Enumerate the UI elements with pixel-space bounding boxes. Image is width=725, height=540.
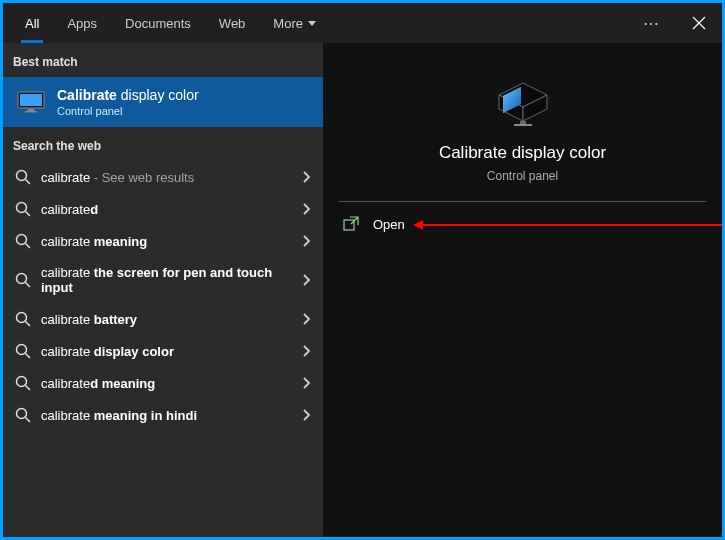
svg-point-16 xyxy=(17,377,27,387)
best-match-label: Best match xyxy=(3,43,323,77)
search-icon xyxy=(15,407,31,423)
result-text: calibrated meaning xyxy=(41,376,301,391)
results-pane: Best match Calibrate display color Contr… xyxy=(3,43,323,537)
web-result[interactable]: calibrate battery xyxy=(3,303,323,335)
result-text: calibrate battery xyxy=(41,312,301,327)
svg-point-14 xyxy=(17,345,27,355)
web-results-list: calibrate - See web resultscalibratedcal… xyxy=(3,161,323,431)
svg-line-7 xyxy=(26,212,31,217)
chevron-right-icon xyxy=(301,234,311,248)
close-icon xyxy=(692,16,706,30)
more-options-button[interactable]: ⋯ xyxy=(627,14,676,33)
svg-point-10 xyxy=(17,274,27,284)
svg-line-9 xyxy=(26,244,31,249)
chevron-right-icon xyxy=(301,344,311,358)
chevron-right-icon xyxy=(301,312,311,326)
web-result[interactable]: calibrated meaning xyxy=(3,367,323,399)
monitor-icon-large xyxy=(488,73,558,129)
preview-pane: Calibrate display color Control panel Op… xyxy=(323,43,722,537)
monitor-icon xyxy=(17,91,45,113)
best-match-text: Calibrate display color Control panel xyxy=(57,87,199,117)
web-result[interactable]: calibrated xyxy=(3,193,323,225)
svg-line-19 xyxy=(26,418,31,423)
web-result[interactable]: calibrate meaning xyxy=(3,225,323,257)
header-right: ⋯ xyxy=(627,3,722,43)
svg-point-6 xyxy=(17,203,27,213)
best-match-title: Calibrate display color xyxy=(57,87,199,103)
best-match-subtitle: Control panel xyxy=(57,105,199,117)
chevron-down-icon xyxy=(308,21,316,26)
svg-point-4 xyxy=(17,171,27,181)
search-icon xyxy=(15,311,31,327)
svg-line-11 xyxy=(26,283,31,288)
result-text: calibrate display color xyxy=(41,344,301,359)
search-icon xyxy=(15,201,31,217)
web-result[interactable]: calibrate the screen for pen and touch i… xyxy=(3,257,323,303)
result-text: calibrate meaning in hindi xyxy=(41,408,301,423)
tab-all[interactable]: All xyxy=(11,3,53,43)
tab-more-label: More xyxy=(273,16,303,31)
chevron-right-icon xyxy=(301,273,311,287)
result-text: calibrate the screen for pen and touch i… xyxy=(41,265,301,295)
svg-rect-3 xyxy=(25,111,37,113)
preview-subtitle: Control panel xyxy=(487,169,558,183)
svg-rect-1 xyxy=(20,94,42,106)
svg-line-17 xyxy=(26,386,31,391)
body: Best match Calibrate display color Contr… xyxy=(3,43,722,537)
web-result[interactable]: calibrate meaning in hindi xyxy=(3,399,323,431)
search-icon xyxy=(15,375,31,391)
tab-web[interactable]: Web xyxy=(205,3,260,43)
svg-point-12 xyxy=(17,313,27,323)
search-icon xyxy=(15,233,31,249)
chevron-right-icon xyxy=(301,170,311,184)
svg-point-8 xyxy=(17,235,27,245)
svg-rect-27 xyxy=(344,220,354,230)
result-text: calibrate - See web results xyxy=(41,170,301,185)
open-label: Open xyxy=(373,217,405,232)
tab-more[interactable]: More xyxy=(259,3,330,43)
svg-line-15 xyxy=(26,354,31,359)
web-result[interactable]: calibrate - See web results xyxy=(3,161,323,193)
result-text: calibrated xyxy=(41,202,301,217)
svg-point-18 xyxy=(17,409,27,419)
tab-documents[interactable]: Documents xyxy=(111,3,205,43)
header-bar: All Apps Documents Web More ⋯ xyxy=(3,3,722,43)
result-text: calibrate meaning xyxy=(41,234,301,249)
search-icon xyxy=(15,343,31,359)
open-external-icon xyxy=(343,216,359,232)
tab-apps[interactable]: Apps xyxy=(53,3,111,43)
svg-rect-26 xyxy=(514,124,532,126)
best-match-result[interactable]: Calibrate display color Control panel xyxy=(3,77,323,127)
best-match-title-rest: display color xyxy=(117,87,199,103)
web-result[interactable]: calibrate display color xyxy=(3,335,323,367)
annotation-arrow xyxy=(423,224,722,226)
svg-line-5 xyxy=(26,180,31,185)
filter-tabs: All Apps Documents Web More xyxy=(3,3,330,43)
search-icon xyxy=(15,169,31,185)
svg-rect-25 xyxy=(520,121,526,124)
preview-title: Calibrate display color xyxy=(439,143,606,163)
search-window: All Apps Documents Web More ⋯ Best match xyxy=(0,0,725,540)
close-button[interactable] xyxy=(676,3,722,43)
best-match-title-bold: Calibrate xyxy=(57,87,117,103)
search-icon xyxy=(15,272,31,288)
search-web-label: Search the web xyxy=(3,127,323,161)
chevron-right-icon xyxy=(301,376,311,390)
open-action[interactable]: Open xyxy=(323,202,722,246)
chevron-right-icon xyxy=(301,202,311,216)
svg-line-13 xyxy=(26,322,31,327)
preview-header: Calibrate display color Control panel xyxy=(323,43,722,201)
svg-rect-2 xyxy=(28,109,34,111)
chevron-right-icon xyxy=(301,408,311,422)
